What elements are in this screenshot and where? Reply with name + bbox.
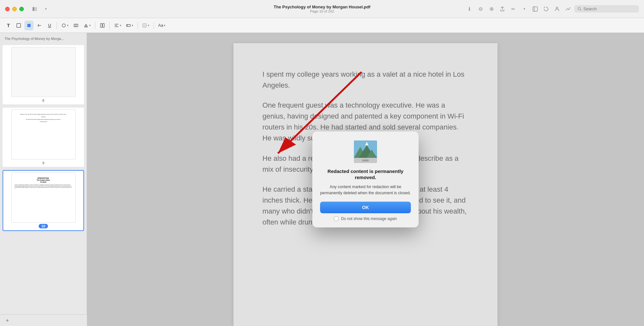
rect-select-tool-button[interactable] [14, 21, 23, 30]
svg-rect-13 [74, 24, 78, 27]
page-thumb-10[interactable]: INTRODUCTION:The Greatest ShowOn Earth I… [3, 170, 84, 231]
sidebar: The Psychology of Money by Morga... 8 A … [0, 33, 87, 326]
thumb-content-9: A genius is the man who can do the avera… [14, 112, 73, 122]
info-button[interactable]: ℹ [465, 5, 474, 14]
icon-base-detail [362, 159, 369, 161]
content-area: I spent my college years working as a va… [87, 33, 644, 326]
modal-app-icon [354, 140, 377, 164]
font-tool-button[interactable]: Aa▾ [156, 21, 167, 30]
traffic-lights [5, 7, 24, 11]
highlight-tool-button[interactable] [24, 21, 33, 30]
search-input[interactable] [583, 6, 636, 11]
modal-title: Redacted content is permanently removed. [320, 168, 411, 181]
svg-rect-17 [103, 24, 104, 27]
signature-button[interactable] [564, 5, 573, 14]
svg-rect-7 [17, 24, 21, 27]
align-tool-button[interactable]: ▾ [112, 21, 123, 30]
account-button[interactable] [553, 5, 562, 14]
add-page-button[interactable]: + [4, 317, 11, 324]
toolbar-separator-4 [137, 22, 138, 29]
svg-rect-0 [33, 7, 34, 11]
textbox-tool-button[interactable] [71, 21, 80, 30]
sidebar-bottom-bar: + [0, 314, 87, 326]
titlebar-icons: ℹ ⊖ ⊕ ✏ ▾ [465, 5, 639, 14]
page-info: Page 10 of 242 [274, 9, 370, 13]
strikethrough-tool-button[interactable] [35, 21, 44, 30]
toolbar-separator-5 [154, 22, 154, 29]
svg-rect-16 [100, 24, 102, 27]
sidebar-title: The Psychology of Money by Morga... [3, 37, 84, 42]
thumb-image-8 [11, 47, 76, 97]
thumb-intro-10: INTRODUCTION:The Greatest ShowOn Earth I… [14, 176, 73, 190]
thumb-label-8: 8 [42, 99, 44, 102]
titlebar: ▾ The Psychology of Money by Morgan Hous… [0, 0, 644, 18]
main-layout: The Psychology of Money by Morga... 8 A … [0, 33, 644, 326]
markup-button[interactable]: ✏ [509, 5, 518, 14]
thumb-image-9: A genius is the man who can do the avera… [11, 110, 76, 159]
minimize-button[interactable] [12, 7, 17, 11]
icon-landscape-svg [354, 140, 377, 158]
modal-ok-button[interactable]: OK [320, 202, 411, 213]
svg-line-6 [580, 9, 581, 10]
dropdown-button[interactable]: ▾ [41, 5, 50, 14]
rotate-button[interactable] [542, 5, 551, 14]
titlebar-center: The Psychology of Money by Morgan Housel… [274, 5, 370, 13]
markup-dropdown[interactable]: ▾ [520, 5, 529, 14]
modal-body-text: Any content marked for redaction will be… [320, 184, 411, 196]
fullscreen-button[interactable] [19, 7, 24, 11]
sidebar-toggle-button[interactable] [30, 5, 39, 14]
svg-point-4 [556, 7, 558, 9]
sidebar-view-button[interactable] [531, 5, 540, 14]
thumb-label-9: 9 [42, 161, 44, 165]
search-icon [578, 7, 582, 11]
thumb-intro-title: INTRODUCTION:The Greatest ShowOn Earth [15, 177, 72, 183]
thumb-intro-body: I spent my college years working as a va… [15, 184, 72, 190]
toolbar-separator-3 [109, 22, 110, 29]
modal-checkbox-row: Do not show this message again [334, 216, 397, 221]
underline-tool-button[interactable] [45, 21, 54, 30]
color-picker-button[interactable]: ▾ [140, 21, 151, 30]
stamp-tool-button[interactable]: ▾ [82, 21, 92, 30]
do-not-show-checkbox[interactable] [334, 216, 338, 221]
preview-app-icon-base [354, 158, 377, 163]
close-button[interactable] [5, 7, 10, 11]
shapes-tool-button[interactable]: ▾ [60, 21, 70, 30]
toolbar-separator-1 [57, 22, 57, 29]
modal-dialog: Redacted content is permanently removed.… [312, 131, 419, 228]
search-bar[interactable] [574, 5, 639, 13]
page-thumb-9[interactable]: A genius is the man who can do the avera… [3, 108, 84, 167]
svg-point-12 [62, 24, 65, 27]
modal-overlay: Redacted content is permanently removed.… [87, 33, 644, 326]
thumb-image-10: INTRODUCTION:The Greatest ShowOn Earth I… [11, 173, 76, 223]
toolbar-separator-2 [95, 22, 95, 29]
svg-rect-8 [27, 24, 31, 27]
do-not-show-label: Do not show this message again [341, 216, 397, 221]
zoom-in-button[interactable]: ⊕ [487, 5, 496, 14]
zoom-out-button[interactable]: ⊖ [476, 5, 485, 14]
document-title: The Psychology of Money by Morgan Housel… [274, 5, 370, 9]
svg-rect-2 [533, 7, 537, 11]
share-button[interactable] [498, 5, 507, 14]
thumb-label-badge-10: 10 [39, 224, 48, 228]
page-layout-button[interactable] [98, 21, 107, 30]
svg-rect-1 [35, 7, 37, 11]
page-thumb-8[interactable]: 8 [3, 45, 84, 104]
form-tool-button[interactable]: ▾ [124, 21, 135, 30]
text-tool-button[interactable]: T [4, 21, 13, 30]
toolbar: T ▾ ▾ ▾ ▾ ▾ Aa▾ [0, 18, 644, 33]
svg-rect-23 [143, 24, 147, 27]
preview-app-icon-image [354, 140, 377, 158]
